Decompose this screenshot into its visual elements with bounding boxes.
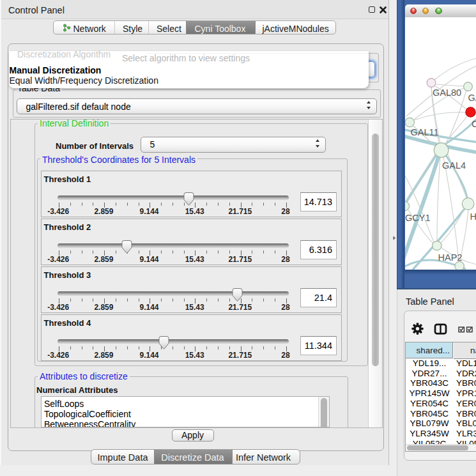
svg-text:GCY1: GCY1 bbox=[405, 213, 431, 223]
svg-text:HAP2: HAP2 bbox=[438, 252, 463, 263]
svg-text:GAL11: GAL11 bbox=[411, 127, 439, 137]
svg-text:HI: HI bbox=[470, 211, 476, 222]
svg-text:C: C bbox=[472, 119, 476, 129]
svg-text:GAL4: GAL4 bbox=[442, 160, 466, 171]
svg-text:GA: GA bbox=[468, 93, 476, 103]
svg-text:GAL80: GAL80 bbox=[433, 88, 461, 98]
